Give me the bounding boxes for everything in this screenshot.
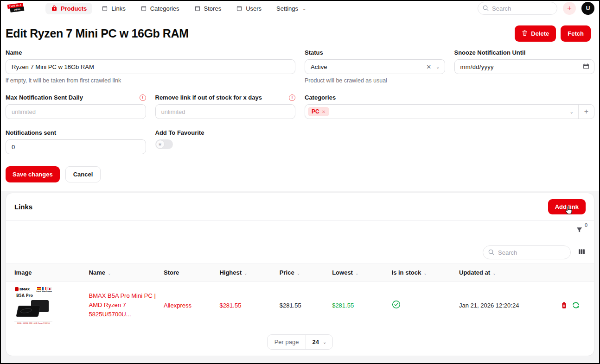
col-updated-at[interactable]: Updated at⌄ bbox=[455, 264, 557, 282]
col-name[interactable]: Name⌄ bbox=[85, 264, 160, 282]
name-input[interactable] bbox=[6, 59, 295, 74]
nav-item-users[interactable]: Users bbox=[230, 3, 267, 14]
remove-link-input[interactable] bbox=[155, 104, 296, 119]
field-name: Name if empty, it will be taken from fir… bbox=[6, 49, 295, 84]
trash-icon bbox=[561, 301, 568, 309]
global-search bbox=[478, 2, 557, 15]
cancel-label: Cancel bbox=[73, 171, 93, 178]
check-circle-icon bbox=[392, 303, 401, 310]
sort-chevron-icon: ⌄ bbox=[244, 271, 248, 276]
bmax-logo-icon bbox=[15, 287, 19, 291]
per-page-value: 24 bbox=[312, 339, 319, 345]
nav-item-links[interactable]: Links bbox=[96, 3, 131, 14]
sort-chevron-icon: ⌄ bbox=[492, 271, 496, 276]
france-flag-icon bbox=[42, 287, 46, 290]
in-stock-cell bbox=[388, 282, 455, 329]
nav-item-categories[interactable]: Categories bbox=[135, 3, 185, 14]
chevron-down-icon: ⌄ bbox=[302, 6, 306, 11]
form-actions: Save changes Cancel bbox=[1, 154, 599, 191]
refresh-link-button[interactable] bbox=[572, 301, 580, 309]
info-icon[interactable]: ! bbox=[140, 94, 146, 101]
funnel-icon bbox=[576, 226, 583, 233]
notifications-sent-label: Notifications sent bbox=[6, 129, 146, 136]
delete-button[interactable]: Delete bbox=[515, 25, 556, 42]
links-card-header: Links Add link bbox=[6, 193, 594, 221]
japan-flag-icon bbox=[47, 287, 51, 290]
nav-item-settings[interactable]: Settings ⌄ bbox=[271, 3, 312, 14]
category-tag-label: PC bbox=[312, 108, 319, 115]
fetch-button[interactable]: Fetch bbox=[561, 25, 591, 42]
field-categories: Categories PC ✕ ⌄ + bbox=[305, 94, 594, 119]
filter-control[interactable]: 0 bbox=[576, 226, 586, 235]
users-box-icon bbox=[236, 5, 243, 12]
nav-label: Settings bbox=[276, 5, 298, 12]
top-navigation-bar: THIS IS ADEAL Products Links Categories bbox=[1, 1, 599, 16]
col-image: Image bbox=[6, 264, 85, 282]
table-search bbox=[483, 245, 571, 259]
product-image[interactable]: BMAX Local Warehouse bbox=[14, 286, 52, 324]
filter-count-badge: 0 bbox=[585, 222, 587, 228]
fetch-label: Fetch bbox=[568, 30, 584, 37]
mini-pc-illustration bbox=[17, 300, 50, 318]
col-in-stock[interactable]: Is in stock⌄ bbox=[388, 264, 455, 282]
main-nav: Products Links Categories Stores bbox=[45, 3, 312, 14]
nav-label: Users bbox=[246, 5, 262, 12]
save-button[interactable]: Save changes bbox=[6, 166, 60, 182]
info-icon[interactable]: ! bbox=[289, 94, 295, 101]
links-box-icon bbox=[102, 5, 108, 12]
category-tag: PC ✕ bbox=[308, 107, 329, 116]
max-notifications-input[interactable] bbox=[6, 104, 146, 119]
categories-multiselect[interactable]: PC ✕ ⌄ + bbox=[305, 104, 594, 119]
sort-chevron-icon: ⌄ bbox=[297, 271, 300, 276]
status-helper-text: Product will be crawled as usual bbox=[305, 77, 445, 84]
cancel-button[interactable]: Cancel bbox=[65, 166, 101, 182]
trash-icon bbox=[522, 30, 528, 38]
table-search-input[interactable] bbox=[483, 245, 571, 259]
field-status: Status Active ✕ ⌄ Product will be crawle… bbox=[305, 49, 445, 84]
add-category-button[interactable]: + bbox=[578, 105, 594, 119]
mouse-cursor-icon bbox=[563, 205, 574, 218]
nav-item-stores[interactable]: Stores bbox=[189, 3, 227, 14]
col-highest[interactable]: Highest⌄ bbox=[216, 264, 275, 282]
search-input[interactable] bbox=[478, 2, 557, 15]
remove-tag-icon[interactable]: ✕ bbox=[322, 109, 326, 114]
search-icon bbox=[488, 249, 495, 257]
snooze-date-input[interactable]: mm/dd/yyyy bbox=[454, 59, 595, 74]
status-value: Active bbox=[311, 63, 426, 70]
spain-flag-icon bbox=[37, 287, 41, 290]
add-button[interactable]: + bbox=[563, 2, 576, 15]
app-window: THIS IS ADEAL Products Links Categories bbox=[0, 0, 600, 364]
col-actions bbox=[557, 264, 594, 282]
nav-label: Links bbox=[111, 5, 125, 12]
favourite-toggle[interactable]: ★ bbox=[155, 139, 173, 149]
columns-icon[interactable] bbox=[578, 248, 586, 257]
save-label: Save changes bbox=[13, 171, 53, 178]
clear-icon[interactable]: ✕ bbox=[426, 63, 431, 70]
col-price[interactable]: Price⌄ bbox=[276, 264, 328, 282]
per-page-control[interactable]: Per page 24 ⌄ bbox=[267, 334, 333, 350]
col-store: Store bbox=[160, 264, 216, 282]
delete-link-button[interactable] bbox=[561, 301, 568, 309]
date-placeholder: mm/dd/yyyy bbox=[460, 63, 583, 70]
links-card: Links Add link 0 bbox=[6, 193, 594, 356]
notifications-sent-input[interactable] bbox=[6, 139, 146, 154]
status-select[interactable]: Active ✕ ⌄ bbox=[305, 59, 445, 74]
product-link[interactable]: BMAX B5A Pro Mini PC | AMD Ryzen 7 5825U… bbox=[89, 292, 156, 318]
avatar[interactable]: U bbox=[581, 2, 594, 15]
remove-link-label: Remove link if out of stock for x days bbox=[155, 94, 262, 101]
nav-item-products[interactable]: Products bbox=[45, 3, 92, 14]
table-header-row: Image Name⌄ Store Highest⌄ Price⌄ Lowest… bbox=[6, 264, 594, 282]
refresh-icon bbox=[572, 301, 580, 309]
links-table: Image Name⌄ Store Highest⌄ Price⌄ Lowest… bbox=[6, 264, 594, 329]
price-cell: $281.55 bbox=[276, 282, 328, 329]
page-header: Edit Ryzen 7 Mini PC w 16Gb RAM Delete F… bbox=[1, 16, 599, 49]
topbar-right: + U bbox=[478, 2, 594, 15]
filter-row: 0 bbox=[6, 221, 594, 241]
field-snooze: Snooze Notification Until mm/dd/yyyy bbox=[454, 49, 595, 84]
star-icon: ★ bbox=[156, 140, 165, 149]
field-notifications-sent: Notifications sent bbox=[6, 129, 146, 154]
col-lowest[interactable]: Lowest⌄ bbox=[328, 264, 388, 282]
calendar-icon[interactable] bbox=[583, 63, 589, 71]
status-label: Status bbox=[305, 49, 445, 56]
app-logo[interactable]: THIS IS ADEAL bbox=[6, 2, 28, 14]
